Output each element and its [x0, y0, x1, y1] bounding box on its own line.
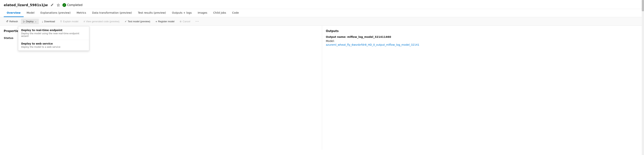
deploy-realtime-title: Deploy to real-time endpoint	[21, 29, 86, 32]
more-options-button[interactable]: ···	[193, 18, 201, 24]
tab-outputs-logs[interactable]: Outputs + logs	[169, 9, 194, 17]
pencil-icon	[50, 3, 54, 6]
refresh-button[interactable]: ↺ Refresh	[4, 18, 20, 24]
tab-data-transformation[interactable]: Data transformation (preview)	[89, 9, 135, 17]
scrollbar-thumb[interactable]	[642, 0, 644, 11]
tab-images[interactable]: Images	[194, 9, 210, 17]
tab-child-jobs[interactable]: Child jobs	[210, 9, 229, 17]
refresh-label: Refresh	[9, 20, 18, 23]
test-model-button[interactable]: ✓ Test model (preview)	[122, 19, 152, 24]
tab-model[interactable]: Model	[24, 9, 38, 17]
page-title: elated_lizard_5981s1jw	[4, 3, 48, 7]
download-label: Download	[44, 20, 55, 23]
toolbar: ↺ Refresh ▷ Deploy ⌄ ↓ Download ⚲ Explai…	[0, 17, 644, 26]
model-label: Model:	[326, 39, 640, 42]
star-icon	[57, 3, 60, 6]
ellipsis-icon: ···	[196, 20, 199, 23]
tab-metrics[interactable]: Metrics	[74, 9, 89, 17]
download-icon: ↓	[42, 20, 43, 23]
test-model-label: Test model (preview)	[128, 20, 150, 23]
status-completed-icon: ✓	[62, 3, 66, 7]
tab-overview[interactable]: Overview	[4, 9, 24, 17]
register-label: Register model	[158, 20, 174, 23]
svg-marker-0	[57, 4, 60, 6]
play-icon: ▷	[23, 20, 25, 23]
deploy-realtime-option[interactable]: Deploy to real-time endpoint Deploy the …	[18, 26, 89, 40]
deploy-webservice-desc: Deploy the model to a web service	[21, 46, 86, 48]
tab-code[interactable]: Code	[229, 9, 242, 17]
hash-icon: #	[84, 20, 85, 23]
tab-explanations[interactable]: Explanations (preview)	[38, 9, 74, 17]
status-label: Completed	[67, 3, 82, 7]
explain-model-button[interactable]: ⚲ Explain model	[58, 19, 80, 24]
tab-test-results[interactable]: Test results (preview)	[135, 9, 169, 17]
outputs-title: Outputs	[326, 29, 640, 33]
outputs-panel: Outputs Output name: mlflow_log_model_32…	[322, 26, 644, 150]
plus-icon: +	[156, 20, 157, 23]
main-content: Properties Status ✓ Complet... Outputs O…	[0, 26, 644, 150]
register-model-button[interactable]: + Register model	[153, 18, 176, 24]
deploy-webservice-title: Deploy to web service	[21, 42, 86, 45]
cancel-icon: ⊗	[180, 20, 182, 23]
deploy-dropdown: Deploy to real-time endpoint Deploy the …	[18, 26, 89, 51]
status-badge: ✓ Completed	[62, 3, 82, 7]
deploy-label: Deploy	[26, 20, 34, 23]
deploy-realtime-desc: Deploy the model using the new real-time…	[21, 32, 86, 37]
chevron-down-icon: ⌄	[35, 20, 36, 23]
page-header: elated_lizard_5981s1jw ✓ Completed	[0, 0, 644, 9]
nav-tabs: Overview Model Explanations (preview) Me…	[0, 9, 644, 17]
edit-button[interactable]	[50, 3, 54, 7]
output-name: Output name: mlflow_log_model_321411460	[326, 35, 640, 38]
scrollbar[interactable]	[642, 0, 644, 150]
view-code-button[interactable]: # View generated code (preview)	[81, 19, 122, 24]
deploy-button[interactable]: ▷ Deploy ⌄	[21, 19, 39, 24]
cancel-button[interactable]: ⊗ Cancel	[177, 19, 192, 24]
download-button[interactable]: ↓ Download	[40, 18, 57, 24]
checkmark-icon: ✓	[125, 20, 127, 23]
magnifier-icon: ⚲	[60, 20, 62, 23]
model-link[interactable]: azureml_wheat_fly_6wsnbrfdr8_HD_0_output…	[326, 43, 419, 46]
explain-label: Explain model	[63, 20, 78, 23]
refresh-icon: ↺	[6, 20, 8, 23]
view-code-label: View generated code (preview)	[86, 20, 120, 23]
cancel-label: Cancel	[182, 20, 190, 23]
deploy-webservice-option[interactable]: Deploy to web service Deploy the model t…	[18, 40, 89, 50]
star-button[interactable]	[56, 3, 60, 7]
